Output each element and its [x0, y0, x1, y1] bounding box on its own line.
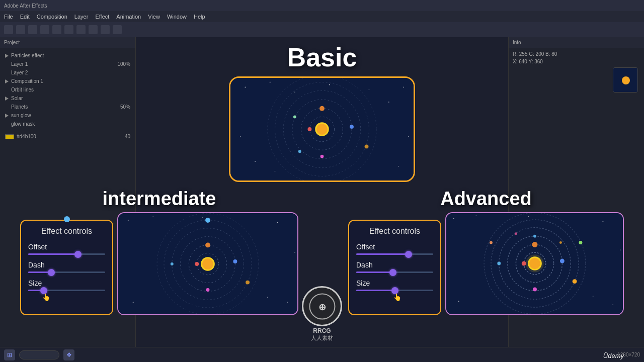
search-bar[interactable]	[19, 350, 59, 359]
menu-bar[interactable]: File Edit Composition Layer Effect Anima…	[0, 11, 644, 22]
dash-control-right: Dash	[356, 261, 433, 273]
offset-control-left: Offset	[28, 243, 105, 255]
toolbar-btn-7[interactable]	[76, 25, 86, 34]
effect-controls-right-title: Effect controls	[356, 227, 433, 236]
advanced-title: Advanced	[440, 188, 532, 210]
svg-point-79	[490, 241, 493, 244]
svg-point-53	[205, 218, 210, 223]
offset-thumb-right[interactable]	[405, 251, 412, 258]
effect-panel-left-wrapper: Effect controls Offset Dash	[20, 220, 113, 315]
svg-point-50	[206, 288, 210, 292]
svg-point-23	[307, 127, 311, 131]
offset-label-right: Offset	[356, 243, 433, 251]
size-track-left[interactable]: 👆	[28, 290, 105, 291]
panel-dot-left	[64, 216, 70, 222]
toolbar-btn-1[interactable]	[4, 25, 13, 34]
menu-effect[interactable]: Effect	[95, 14, 109, 20]
svg-point-57	[602, 221, 603, 222]
svg-point-81	[559, 241, 562, 244]
svg-point-60	[593, 296, 594, 297]
svg-point-29	[293, 115, 296, 118]
svg-point-8	[388, 102, 389, 103]
offset-fill-right	[356, 253, 409, 255]
svg-point-4	[270, 82, 271, 83]
size-control-right: Size 👆	[356, 279, 433, 291]
effect-panel-right: Effect controls Offset Dash	[348, 220, 441, 315]
toolbar-btn-3[interactable]	[28, 25, 37, 34]
toolbar-btn-8[interactable]	[89, 25, 98, 34]
svg-point-38	[294, 252, 295, 253]
size-label-left: Size	[28, 279, 105, 287]
watermark-tagline: 人人素材	[311, 334, 333, 342]
title-bar: Adobe After Effects	[0, 0, 644, 11]
offset-track-right[interactable]	[356, 253, 433, 255]
dash-thumb-right[interactable]	[389, 269, 396, 276]
offset-label-left: Offset	[28, 243, 105, 251]
rrcg-logo-svg: ⊕	[308, 293, 336, 320]
toolbar-btn-2[interactable]	[16, 25, 25, 34]
toolbar-btn-5[interactable]	[52, 25, 61, 34]
app-title: Adobe After Effects	[4, 3, 47, 9]
menu-view[interactable]: View	[148, 14, 160, 20]
solar-box-intermediate	[117, 212, 298, 315]
svg-point-33	[277, 222, 278, 223]
offset-thumb-left[interactable]	[74, 251, 82, 258]
toolbar-btn-4[interactable]	[40, 25, 49, 34]
menu-help[interactable]: Help	[194, 14, 205, 20]
offset-fill-left	[28, 253, 78, 255]
svg-point-14	[408, 136, 409, 137]
svg-point-31	[128, 220, 129, 221]
dash-track-right[interactable]	[356, 272, 433, 273]
svg-point-78	[579, 241, 582, 244]
watermark-brand: RRCG	[313, 327, 331, 334]
svg-point-7	[369, 89, 370, 90]
svg-point-26	[320, 155, 324, 158]
solar-box-advanced	[445, 212, 624, 315]
svg-point-13	[240, 136, 241, 137]
svg-point-82	[515, 232, 517, 235]
svg-point-9	[404, 87, 405, 88]
menu-animation[interactable]: Animation	[116, 14, 141, 20]
svg-point-48	[205, 242, 210, 247]
effect-controls-left-title: Effect controls	[28, 227, 105, 236]
svg-point-27	[298, 150, 301, 153]
svg-point-3	[245, 86, 246, 87]
size-thumb-left[interactable]: 👆	[40, 287, 47, 294]
menu-file[interactable]: File	[4, 14, 13, 20]
size-fill-right	[356, 290, 395, 291]
menu-layer[interactable]: Layer	[74, 14, 89, 20]
svg-point-6	[329, 84, 330, 85]
menu-window[interactable]: Window	[167, 14, 187, 20]
menu-composition[interactable]: Composition	[37, 14, 67, 20]
svg-text:⊕: ⊕	[318, 302, 326, 312]
dash-track-left[interactable]	[28, 272, 105, 273]
toolbar-btn-6[interactable]	[64, 25, 73, 34]
size-track-right[interactable]: 👆	[356, 290, 433, 291]
intermediate-section: intermediate Effect controls Offset	[20, 188, 298, 315]
svg-point-75	[533, 287, 537, 291]
solar-svg-intermediate	[118, 212, 297, 315]
svg-point-71	[529, 258, 540, 269]
size-thumb-right[interactable]: 👆	[391, 287, 398, 294]
home-icon[interactable]: ⊞	[4, 349, 15, 360]
svg-point-49	[233, 259, 237, 263]
dash-control-left: Dash	[28, 261, 105, 273]
dash-thumb-left[interactable]	[48, 269, 55, 276]
menu-edit[interactable]: Edit	[20, 14, 30, 20]
svg-point-61	[528, 216, 529, 217]
svg-point-32	[152, 216, 153, 217]
svg-point-36	[267, 297, 268, 298]
svg-point-62	[620, 250, 621, 251]
toolbar-btn-9[interactable]	[101, 25, 110, 34]
svg-point-51	[171, 262, 174, 265]
bottom-bar: ⊞ ❖ 644×362	[0, 347, 644, 362]
apps-icon[interactable]: ❖	[63, 349, 74, 360]
toolbar	[0, 22, 644, 37]
toolbar-btn-10[interactable]	[113, 25, 122, 34]
svg-point-56	[476, 215, 477, 216]
dash-label-left: Dash	[28, 261, 105, 269]
offset-track-left[interactable]	[28, 253, 105, 255]
udemy-badge: Üdemy	[603, 352, 624, 359]
advanced-section: Advanced Effect controls Offset	[348, 188, 624, 315]
svg-point-58	[612, 304, 613, 305]
